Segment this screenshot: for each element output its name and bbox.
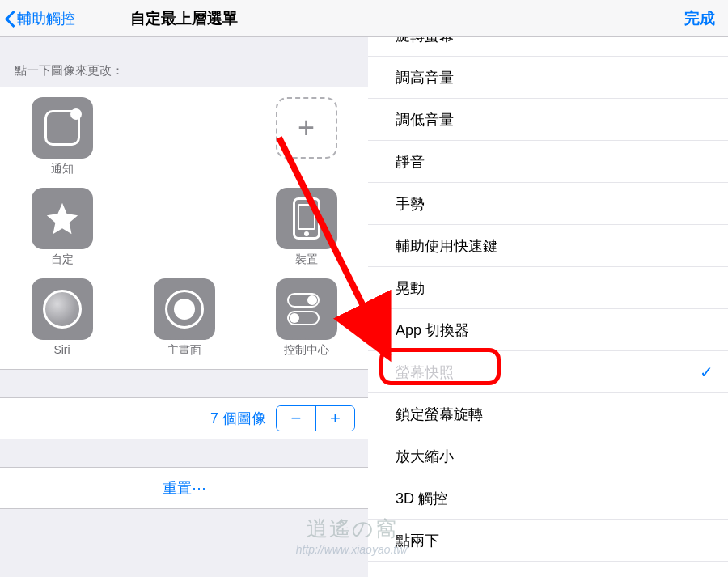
- chevron-left-icon: [5, 10, 15, 28]
- tile-device[interactable]: 裝置: [259, 188, 353, 267]
- action-option-label: 靜音: [396, 152, 425, 172]
- tile-custom[interactable]: 自定: [15, 188, 109, 267]
- back-button[interactable]: 輔助觸控: [0, 9, 75, 28]
- action-option-label: 調高音量: [396, 68, 454, 87]
- action-list: 旋轉螢幕調高音量調低音量靜音手勢輔助使用快速鍵晃動App 切換器螢幕快照✓鎖定螢…: [368, 37, 728, 577]
- tile-label: Siri: [53, 343, 70, 358]
- action-option[interactable]: 旋轉螢幕: [368, 37, 728, 57]
- action-picker-pane: 完成 旋轉螢幕調高音量調低音量靜音手勢輔助使用快速鍵晃動App 切換器螢幕快照✓…: [368, 0, 728, 577]
- action-option-label: 鎖定螢幕旋轉: [396, 405, 483, 424]
- tile-label: 控制中心: [284, 343, 329, 358]
- tile-home[interactable]: 主畫面: [137, 278, 231, 358]
- tile-add[interactable]: +: [259, 97, 353, 176]
- icon-count-row: 7 個圖像 − +: [0, 397, 368, 439]
- action-option-label: 旋轉螢幕: [396, 37, 454, 45]
- icon-count-stepper: − +: [276, 405, 355, 431]
- icon-count-label: 7 個圖像: [210, 409, 266, 428]
- action-option[interactable]: App 切換器: [368, 309, 728, 351]
- action-option[interactable]: 輔助使用快速鍵: [368, 225, 728, 267]
- action-option[interactable]: 3D 觸控: [368, 477, 728, 520]
- action-option[interactable]: 放大縮小: [368, 435, 728, 477]
- stepper-plus-button[interactable]: +: [315, 406, 354, 431]
- back-label: 輔助觸控: [17, 9, 75, 28]
- done-button[interactable]: 完成: [684, 8, 715, 29]
- tile-label: 裝置: [295, 252, 318, 267]
- action-option[interactable]: 螢幕快照✓: [368, 351, 728, 393]
- tile-label: 自定: [51, 252, 74, 267]
- stepper-minus-button[interactable]: −: [277, 406, 315, 431]
- control-center-icon: [276, 278, 337, 340]
- star-icon: [32, 188, 93, 249]
- action-option[interactable]: 調高音量: [368, 57, 728, 99]
- action-option-label: 3D 觸控: [396, 489, 447, 508]
- action-option-label: 放大縮小: [396, 447, 454, 466]
- action-option-label: 點兩下: [396, 531, 439, 550]
- home-icon: [154, 278, 215, 340]
- action-option-label: 調低音量: [396, 110, 454, 129]
- customize-top-menu-pane: 輔助觸控 自定最上層選單 點一下圖像來更改： 通知 + 自定: [0, 0, 368, 577]
- reset-button[interactable]: 重置⋯: [0, 467, 368, 509]
- siri-icon: [32, 278, 93, 340]
- left-header: 輔助觸控 自定最上層選單: [0, 0, 368, 37]
- action-option[interactable]: 手勢: [368, 183, 728, 225]
- right-header: 完成: [368, 0, 728, 37]
- notification-icon: [32, 97, 93, 159]
- action-option[interactable]: 靜音: [368, 141, 728, 183]
- device-icon: [276, 188, 337, 249]
- action-option[interactable]: 調低音量: [368, 99, 728, 141]
- action-option[interactable]: 晃動: [368, 267, 728, 309]
- action-option-label: 晃動: [396, 278, 425, 298]
- checkmark-icon: ✓: [700, 363, 713, 382]
- action-option-label: 手勢: [396, 194, 425, 214]
- plus-icon: +: [276, 97, 337, 159]
- action-option-label: 輔助使用快速鍵: [396, 236, 497, 256]
- tile-label: 主畫面: [167, 343, 201, 358]
- tile-notifications[interactable]: 通知: [15, 97, 109, 176]
- icon-grid-section: 通知 + 自定 裝置: [0, 87, 368, 370]
- hint-text: 點一下圖像來更改：: [0, 37, 368, 87]
- action-option-label: 螢幕快照: [396, 363, 454, 382]
- icon-grid: 通知 + 自定 裝置: [15, 97, 353, 358]
- reset-label: 重置⋯: [163, 478, 206, 498]
- action-option[interactable]: 鎖定螢幕旋轉: [368, 393, 728, 435]
- tile-siri[interactable]: Siri: [15, 278, 109, 358]
- action-option-label: App 切換器: [396, 320, 469, 340]
- action-option[interactable]: 點兩下: [368, 520, 728, 562]
- tile-label: 通知: [51, 162, 74, 176]
- tile-control-center[interactable]: 控制中心: [259, 278, 353, 358]
